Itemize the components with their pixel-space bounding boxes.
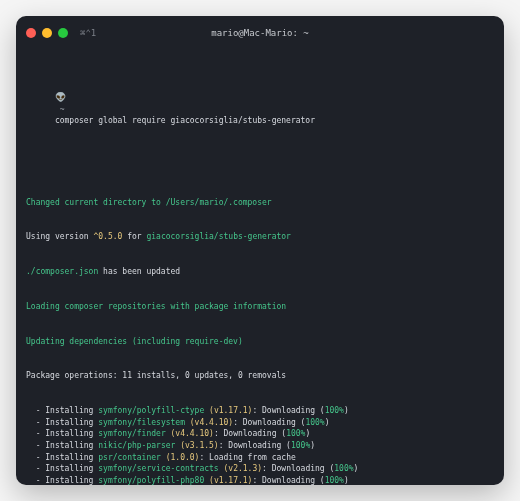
- install-line: - Installing symfony/polyfill-ctype (v1.…: [26, 405, 494, 417]
- install-list: - Installing symfony/polyfill-ctype (v1.…: [26, 405, 494, 485]
- install-line: - Installing symfony/polyfill-php80 (v1.…: [26, 475, 494, 485]
- output-line: Package operations: 11 installs, 0 updat…: [26, 370, 494, 382]
- window-title: mario@Mac-Mario: ~: [16, 28, 504, 38]
- output-line: Loading composer repositories with packa…: [26, 301, 494, 313]
- output-line: Changed current directory to /Users/mari…: [26, 197, 494, 209]
- install-line: - Installing symfony/finder (v4.4.10): D…: [26, 428, 494, 440]
- terminal-window: ⌘⌃1 mario@Mac-Mario: ~ 👽 ~ composer glob…: [16, 16, 504, 485]
- terminal-body[interactable]: 👽 ~ composer global require giacocorsigl…: [16, 50, 504, 485]
- command-text: composer global require giacocorsiglia/s…: [55, 116, 315, 125]
- install-line: - Installing nikic/php-parser (v3.1.5): …: [26, 440, 494, 452]
- prompt-path: ~: [55, 105, 69, 114]
- output-line: Updating dependencies (including require…: [26, 336, 494, 348]
- install-line: - Installing psr/container (1.0.0): Load…: [26, 452, 494, 464]
- prompt-icon: 👽: [55, 92, 66, 102]
- titlebar: ⌘⌃1 mario@Mac-Mario: ~: [16, 16, 504, 50]
- install-line: - Installing symfony/filesystem (v4.4.10…: [26, 417, 494, 429]
- install-line: - Installing symfony/service-contracts (…: [26, 463, 494, 475]
